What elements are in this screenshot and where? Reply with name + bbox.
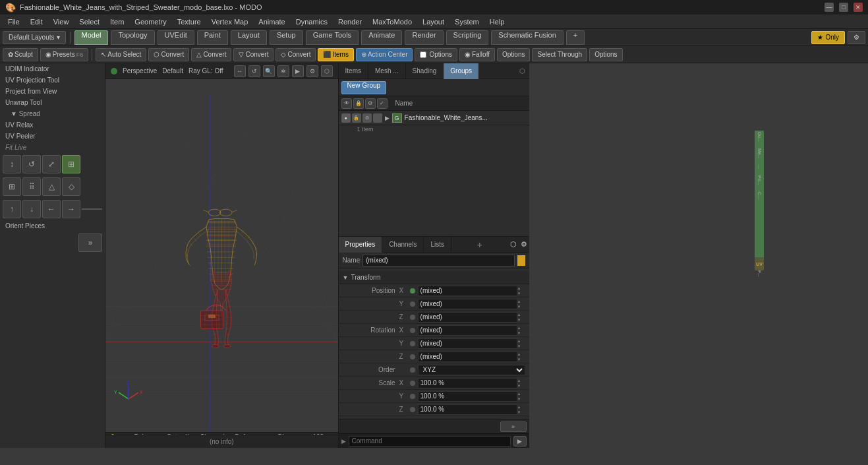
menu-geometry[interactable]: Geometry (129, 16, 171, 27)
dots-icon[interactable]: ⠿ (22, 177, 41, 196)
tab-layout[interactable]: Layout (231, 30, 267, 45)
menu-texture[interactable]: Texture (172, 16, 206, 27)
new-group-button[interactable]: New Group (341, 81, 387, 94)
tool-uv-peeler[interactable]: UV Peeler (0, 131, 105, 142)
item-check-icon[interactable] (373, 113, 382, 123)
tab-model[interactable]: Model (74, 30, 109, 45)
down-arrow-sx[interactable]: ▼ (517, 383, 525, 388)
falloff-button[interactable]: ◉ Falloff (459, 48, 495, 61)
name-input[interactable] (362, 255, 514, 266)
menu-dynamics[interactable]: Dynamics (291, 16, 333, 27)
tab-topology[interactable]: Topology (111, 30, 154, 45)
tab-mesh[interactable]: Mesh ... (368, 63, 406, 79)
up-arrow-y[interactable]: ▲ (517, 299, 525, 304)
tool-project-from-view[interactable]: Project from View (0, 86, 105, 97)
viewport-icon-resize[interactable]: ↔ (234, 65, 246, 77)
tool-udim[interactable]: UDIM Indicator (0, 63, 105, 75)
grid-icon[interactable]: ⊞ (3, 177, 21, 196)
up-arrow-rz[interactable]: ▲ (517, 352, 525, 357)
col-icon-gear[interactable]: ⚙ (365, 98, 376, 109)
tool-orient-pieces[interactable]: Orient Pieces (0, 220, 105, 232)
col-icon-eye[interactable]: 👁 (341, 98, 352, 109)
tab-groups[interactable]: Groups (444, 63, 479, 79)
presets-button[interactable]: ◉ Presets F6 (40, 48, 88, 61)
tab-setup[interactable]: Setup (270, 30, 303, 45)
add-props-tab-button[interactable]: + (473, 237, 486, 253)
menu-select[interactable]: Select (74, 16, 105, 27)
convert-button-3[interactable]: ▽ Convert (233, 48, 274, 61)
action-center-button[interactable]: ⊕ Action Center (356, 48, 413, 61)
rotation-y-input[interactable] (418, 338, 517, 349)
convert-button-4[interactable]: ◇ Convert (275, 48, 316, 61)
viewport[interactable]: Perspective Default Ray GL: Off ↔ ↺ 🔍 ✲ … (105, 63, 338, 448)
position-x-input[interactable] (418, 286, 517, 296)
tab-paint[interactable]: Paint (197, 30, 228, 45)
up-arrow[interactable]: ▲ (517, 286, 525, 291)
tab-channels[interactable]: Channels (382, 237, 424, 253)
transform-icon[interactable]: ⊞ (62, 155, 80, 173)
scale-y-dot[interactable] (410, 394, 415, 399)
minimize-button[interactable]: — (825, 3, 834, 12)
settings-props-icon[interactable]: ⚙ (519, 237, 529, 253)
item-eye-icon[interactable]: ● (341, 113, 351, 123)
tab-animate[interactable]: Animate (361, 30, 402, 45)
viewport-icon-rotate[interactable]: ↺ (248, 65, 260, 77)
col-icon-lock[interactable]: 🔒 (353, 98, 364, 109)
expand-props-icon[interactable]: ⬡ (508, 237, 519, 253)
position-y-dot[interactable] (410, 301, 415, 307)
position-z-dot[interactable] (410, 315, 415, 320)
tab-lists[interactable]: Lists (424, 237, 451, 253)
up-arrow-sy[interactable]: ▲ (517, 391, 525, 396)
convert-button-2[interactable]: △ Convert (191, 48, 231, 61)
tab-scripting[interactable]: Scripting (446, 30, 489, 45)
item-lock-icon[interactable]: 🔒 (352, 113, 361, 123)
viewport-icon-settings[interactable]: ⚙ (306, 65, 318, 77)
up-arrow-z[interactable]: ▲ (517, 312, 525, 317)
only-button[interactable]: ★ Only (811, 31, 845, 44)
menu-maxtomodo[interactable]: MaxToModo (367, 16, 417, 27)
tab-render[interactable]: Render (405, 30, 443, 45)
down-arrow[interactable]: ▼ (517, 291, 525, 296)
down-arrow-sy[interactable]: ▼ (517, 396, 525, 402)
props-expand-button[interactable]: » (500, 421, 527, 432)
down-arrow-y[interactable]: ▼ (517, 304, 525, 309)
options-btn-3[interactable]: Options (589, 48, 622, 61)
menu-file[interactable]: File (3, 16, 25, 27)
down-arrow-sz[interactable]: ▼ (517, 410, 525, 415)
expand-button[interactable]: » (78, 233, 102, 252)
tab-properties[interactable]: Properties (339, 237, 383, 253)
tab-add[interactable]: + (566, 30, 585, 45)
rotate-icon[interactable]: ↺ (22, 155, 41, 173)
sculpt-mode-button[interactable]: ✿ Sculpt (3, 48, 38, 61)
menu-help[interactable]: Help (484, 16, 510, 27)
menu-animate[interactable]: Animate (253, 16, 290, 27)
default-layouts-dropdown[interactable]: Default Layouts ▾ (3, 31, 66, 44)
menu-view[interactable]: View (48, 16, 74, 27)
tool-uv-relax[interactable]: UV Relax (0, 119, 105, 131)
convert-button-1[interactable]: ⬡ Convert (148, 48, 189, 61)
scale-icon[interactable]: ⤢ (42, 155, 61, 173)
command-run-button[interactable]: ▶ (513, 436, 527, 447)
tool-fit-live[interactable]: Fit Live (0, 142, 105, 153)
rotation-x-input[interactable] (418, 325, 517, 336)
tool-uv-projection[interactable]: UV Projection Tool (0, 75, 105, 86)
scale-x-dot[interactable] (410, 381, 415, 386)
menu-layout[interactable]: Layout (417, 16, 449, 27)
scale-x-input[interactable] (418, 378, 517, 388)
order-dot[interactable] (410, 367, 415, 373)
down-arrow-ry[interactable]: ▼ (517, 344, 525, 349)
tool-unwrap[interactable]: Unwrap Tool (0, 97, 105, 108)
tab-schematic[interactable]: Schematic Fusion (491, 30, 563, 45)
command-input[interactable] (349, 436, 511, 447)
down-arrow-rx[interactable]: ▼ (517, 330, 525, 336)
diamond-icon[interactable]: ◇ (62, 177, 80, 196)
viewport-expand[interactable]: ⬡ (321, 65, 333, 77)
up-arrow-sz[interactable]: ▲ (517, 404, 525, 410)
tab-items[interactable]: Items (339, 63, 368, 79)
up-arrow-rx[interactable]: ▲ (517, 325, 525, 330)
rotation-z-input[interactable] (418, 352, 517, 362)
close-button[interactable]: ✕ (854, 3, 863, 12)
right-icon[interactable]: → (62, 200, 80, 218)
options-checkbox-1[interactable] (420, 51, 426, 58)
item-gear-icon[interactable]: ⚙ (362, 113, 372, 123)
